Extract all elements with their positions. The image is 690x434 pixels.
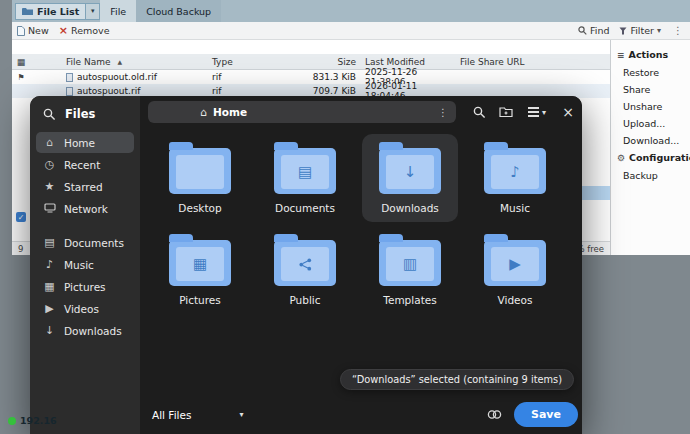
flag-icon: ⚑ <box>17 73 24 82</box>
music-icon: ♪ <box>43 259 56 270</box>
row-checkbox-checked[interactable]: ✓ <box>16 212 26 222</box>
folder-desktop[interactable]: Desktop <box>152 134 248 222</box>
breadcrumb-home[interactable]: ⌂ Home <box>200 106 247 119</box>
star-icon: ★ <box>43 181 56 192</box>
pictures-icon: ▦ <box>43 281 56 292</box>
actions-section-header: ≡ Actions <box>611 46 690 64</box>
folder-icon: ▶ <box>484 240 546 286</box>
sidebar-item-downloads[interactable]: ↓ Downloads <box>36 320 134 341</box>
green-status-dot <box>8 417 16 425</box>
check-icon: ✓ <box>18 213 25 222</box>
tab-file[interactable]: File <box>100 0 136 22</box>
search-icon[interactable] <box>43 108 56 121</box>
action-backup[interactable]: Backup <box>611 167 690 184</box>
template-icon: ▥ <box>403 257 417 272</box>
hamburger-icon: ≡ <box>617 50 625 60</box>
column-file-share-url[interactable]: File Share URL <box>460 57 610 67</box>
sidebar-separator <box>30 220 140 231</box>
column-file-name[interactable]: File Name ▲ <box>30 57 212 67</box>
new-button[interactable]: New <box>17 25 49 36</box>
sidebar-item-home[interactable]: ⌂ Home <box>36 132 134 153</box>
file-chooser-dialog: Files ⌂ Home ◷ Recent ★ Starred Network … <box>30 96 582 434</box>
grid-icon: ▦ <box>17 57 26 67</box>
close-dialog-button[interactable]: × <box>556 100 580 124</box>
configuration-section-header: ⚙ Configuration <box>611 149 690 167</box>
sidebar-item-documents[interactable]: ▤ Documents <box>36 232 134 253</box>
find-button[interactable]: Find <box>578 25 609 36</box>
folder-downloads[interactable]: ↓ Downloads <box>362 134 458 222</box>
action-upload[interactable]: Upload... <box>611 115 690 132</box>
sidebar-item-network[interactable]: Network <box>36 198 134 219</box>
share-icon <box>298 257 313 272</box>
action-share[interactable]: Share <box>611 81 690 98</box>
sidebar-header: Files <box>30 104 140 131</box>
sidebar-item-music[interactable]: ♪ Music <box>36 254 134 275</box>
close-icon: × <box>562 104 574 120</box>
column-last-modified[interactable]: Last Modified <box>360 57 460 67</box>
download-arrow-icon: ↓ <box>404 165 417 180</box>
search-icon <box>578 26 587 35</box>
new-folder-button[interactable] <box>494 100 518 124</box>
new-file-icon <box>17 26 25 36</box>
sidebar-item-starred[interactable]: ★ Starred <box>36 176 134 197</box>
selection-toast: “Downloads” selected (containing 9 items… <box>340 369 574 390</box>
column-type[interactable]: Type <box>212 57 284 67</box>
folder-music[interactable]: ♪ Music <box>467 134 563 222</box>
search-location-button[interactable] <box>467 100 491 124</box>
action-restore[interactable]: Restore <box>611 64 690 81</box>
file-list-menu-button[interactable]: File List <box>15 3 86 20</box>
videos-icon: ▶ <box>43 303 56 314</box>
folder-public[interactable]: Public <box>257 226 353 314</box>
dialog-header-bar: ⌂ Home ⋮ ▾ × <box>140 96 582 128</box>
action-download[interactable]: Download... <box>611 132 690 149</box>
tab-cloud-backup[interactable]: Cloud Backup <box>136 0 221 22</box>
gear-icon: ⚙ <box>617 153 625 163</box>
overflow-dots-icon: ⋮ <box>438 107 448 118</box>
folder-videos[interactable]: ▶ Videos <box>467 226 563 314</box>
view-options-button[interactable]: ▾ <box>521 100 553 124</box>
actions-panel: ≡ Actions Restore Share Unshare Upload..… <box>610 40 690 255</box>
dialog-sidebar: Files ⌂ Home ◷ Recent ★ Starred Network … <box>30 96 140 434</box>
toolbar-overflow-button[interactable]: ⋮ <box>671 25 685 36</box>
file-icon <box>66 73 73 82</box>
sidebar-item-pictures[interactable]: ▦ Pictures <box>36 276 134 297</box>
options-button[interactable] <box>482 403 506 427</box>
folder-icon <box>22 7 33 16</box>
path-menu-button[interactable]: ⋮ <box>438 107 448 118</box>
picture-icon: ▦ <box>193 257 207 272</box>
tab-bar: File List ▾ File Cloud Backup <box>12 0 690 22</box>
file-list-dropdown-button[interactable]: ▾ <box>86 3 100 20</box>
save-button[interactable]: Save <box>514 402 578 427</box>
action-unshare[interactable]: Unshare <box>611 98 690 115</box>
table-row[interactable]: ⚑ autospuout.old.rif rif 831.3 KiB 2025-… <box>12 70 610 84</box>
filter-button[interactable]: Filter ▾ <box>619 25 661 36</box>
selection-column-header[interactable]: ▦ <box>12 57 30 67</box>
folder-documents[interactable]: ▤ Documents <box>257 134 353 222</box>
folder-icon: ▤ <box>274 148 336 194</box>
music-note-icon: ♪ <box>510 165 520 180</box>
folder-icon: ▦ <box>169 240 231 286</box>
table-gap <box>12 40 610 54</box>
chevron-down-icon: ▾ <box>657 26 661 35</box>
folder-templates[interactable]: ▥ Templates <box>362 226 458 314</box>
dialog-main: ⌂ Home ⋮ ▾ × <box>140 96 582 434</box>
desktop: File List ▾ File Cloud Backup New × Remo… <box>0 0 690 434</box>
sidebar-item-recent[interactable]: ◷ Recent <box>36 154 134 175</box>
home-icon: ⌂ <box>200 106 207 119</box>
network-indicator: 192.16 <box>8 415 57 426</box>
folder-pictures[interactable]: ▦ Pictures <box>152 226 248 314</box>
remove-x-icon: × <box>59 25 68 36</box>
file-list-label: File List <box>37 6 79 17</box>
folder-icon <box>169 148 231 194</box>
remove-button[interactable]: × Remove <box>59 25 110 36</box>
network-icon <box>43 203 56 215</box>
sidebar-item-videos[interactable]: ▶ Videos <box>36 298 134 319</box>
sort-ascending-icon: ▲ <box>117 58 122 65</box>
recent-icon: ◷ <box>43 159 56 170</box>
folder-icon: ♪ <box>484 148 546 194</box>
path-bar: ⌂ Home ⋮ <box>148 101 456 123</box>
file-icon <box>66 87 73 96</box>
column-size[interactable]: Size <box>284 57 360 67</box>
file-type-filter-dropdown[interactable]: All Files ▾ <box>152 409 243 421</box>
folder-icon: ↓ <box>379 148 441 194</box>
